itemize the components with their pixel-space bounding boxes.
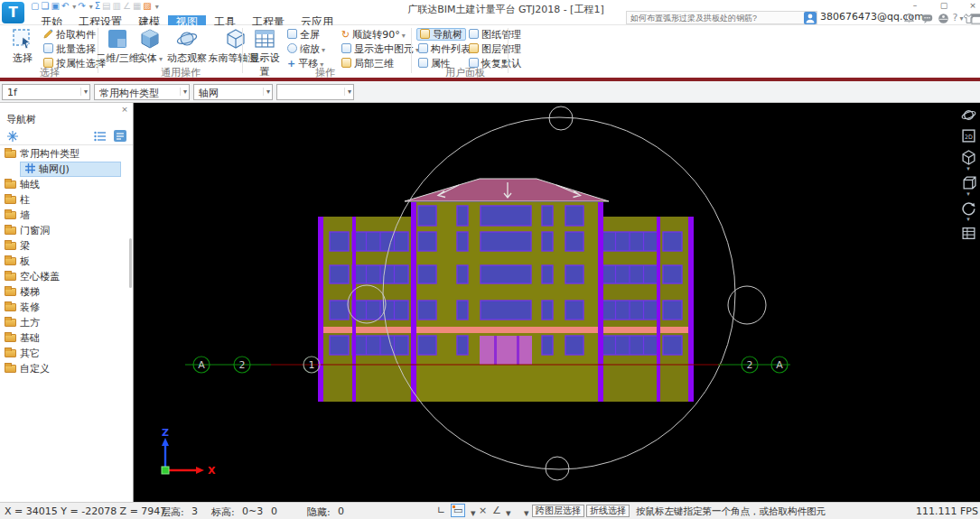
tree-item-decoration[interactable]: 装修 [0,300,133,315]
select-button[interactable]: 选择 [5,27,40,65]
new-file-icon[interactable]: ▢ [31,1,41,11]
show-selected-elements-button[interactable]: 显示选中图元▾ [341,43,419,56]
isometric-caret-icon[interactable]: ▾ [959,166,977,172]
solid-caret-icon[interactable]: ▾ [959,191,977,198]
tree-item-hollow-floor[interactable]: 空心楼盖 [0,269,133,284]
solid-view-button[interactable]: 实体▾ [135,27,164,65]
tree-item-earthwork[interactable]: 土方 [0,315,133,330]
viewport-canvas[interactable]: A 2 1 2 A Z X [134,103,980,502]
show-selected-icon [341,43,351,53]
bell-icon[interactable] [903,13,915,24]
solid-caret-icon[interactable]: ▾ [159,55,163,63]
element-type-selector[interactable]: 轴网▾ [193,84,273,100]
select-mode-caret-icon[interactable]: ▾ [471,507,476,519]
tree-item-foundation[interactable]: 基础 [0,330,133,346]
tree-item-other[interactable]: 其它 [0,346,133,361]
folder-icon [5,257,16,265]
user-avatar-icon[interactable] [804,12,817,24]
rotate-view-button[interactable] [959,200,977,217]
tree-item-column[interactable]: 柱 [0,192,133,208]
sidebar-scrollbar[interactable] [129,238,132,288]
fullscreen-button[interactable]: 全屏 [287,29,320,42]
angle-snap-caret-icon[interactable]: ▾ [506,507,511,519]
angle-snap-icon[interactable]: ∠ [492,505,501,516]
panel-close-icon[interactable]: × [120,105,129,114]
hidden-label: 隐藏: [307,505,331,519]
tree-item-axis-lines[interactable]: 轴线 [0,177,133,192]
local-3d-button[interactable]: 局部三维 [341,58,394,70]
tree-item-common-component-types[interactable]: 常用构件类型 [0,146,133,162]
model-viewport[interactable]: A 2 1 2 A Z X 2D [134,103,980,502]
chevron-down-icon[interactable]: ▾ [180,88,187,96]
folder-icon [5,319,16,327]
floor-selector[interactable]: 1f▾ [2,84,90,100]
rect-select-mode-icon[interactable]: ▭ [451,504,465,517]
navigation-tree-button[interactable]: 导航树 [416,28,466,41]
ortho-mode-icon[interactable]: ∟ [437,505,445,516]
service-helmet-icon[interactable] [938,13,949,24]
folder-icon [5,334,16,342]
solid-cube-icon [139,28,161,50]
axis-bubble-label: 2 [747,359,753,371]
chevron-down-icon[interactable]: ▾ [344,88,351,96]
expand-all-icon[interactable] [7,131,18,142]
close-button[interactable]: × [961,0,980,12]
redo-icon[interactable]: ↷ [78,1,87,11]
view-2d-button[interactable]: 2D [959,128,977,144]
calculate-sum-icon[interactable]: Σ [95,1,102,11]
folder-icon [5,303,16,311]
list-view-icon[interactable] [94,131,106,142]
undo-icon[interactable]: ↶ [61,1,70,11]
search-input[interactable] [630,12,802,23]
batch-select-button[interactable]: 批量选择 [43,43,96,56]
tree-item-door-window-opening[interactable]: 门窗洞 [0,223,133,238]
display-settings-view-button[interactable] [959,226,977,242]
restore-button[interactable]: ▢ [932,0,956,12]
zoom-caret-icon[interactable]: ▾ [322,46,325,54]
message-icon[interactable] [921,14,933,24]
isometric-view-button[interactable] [959,150,977,166]
rotate-90-icon: ↻ [341,29,350,41]
display-settings-button[interactable]: 显示设置 [246,27,284,79]
status-bar: X = 34015 Y = -22078 Z = 7947 层高: 3 标高: … [0,502,980,519]
fullscreen-icon [287,29,297,39]
tree-item-axis-grid[interactable]: 轴网(J) [0,162,133,177]
rotate-90-caret-icon[interactable]: ▾ [402,32,406,40]
open-file-icon[interactable]: ❏ [41,1,51,11]
expand-window-icon[interactable] [971,14,980,24]
tree-item-slab[interactable]: 板 [0,254,133,269]
cross-layer-select-button[interactable]: 跨图层选择 [532,505,584,517]
dynamic-observe-view-button[interactable] [959,107,977,124]
component-selector[interactable]: ▾ [276,84,354,100]
x-axis-label: X [208,465,216,477]
pick-component-button[interactable]: 拾取构件 [43,29,96,42]
save-icon[interactable]: ▣ [51,1,61,11]
rotate-caret-icon[interactable]: ▾ [959,217,977,223]
tree-item-stairs[interactable]: 楼梯 [0,284,133,300]
help-search-box[interactable] [626,11,817,24]
recent-doc-icon[interactable]: ▨ [143,1,153,11]
zoom-button[interactable]: 缩放▾ [287,43,325,56]
panel-view-icon[interactable] [114,130,126,142]
drawing-management-button[interactable]: 图纸管理 [469,29,521,42]
chevron-down-icon[interactable]: ▾ [263,88,270,96]
view-2d3d-button[interactable]: 二维/三维 [96,27,139,65]
chevron-down-icon[interactable]: ▾ [80,88,88,96]
layer-management-button[interactable]: 图层管理 [469,43,521,56]
folder-icon [5,181,16,189]
tree-item-beam[interactable]: 梁 [0,238,133,254]
category-selector[interactable]: 常用构件类型▾ [94,84,190,100]
tree-item-custom[interactable]: 自定义 [0,361,133,376]
deselect-icon[interactable]: × [479,505,487,516]
component-list-icon [418,43,428,53]
disabled-tool-icon-1: ▤ [102,1,112,11]
dynamic-observe-button[interactable]: 动态观察 [164,27,210,65]
snap-point-caret-icon[interactable]: ▾ [524,507,529,519]
tree-item-wall[interactable]: 墙 [0,208,133,223]
qat-more-icon[interactable]: ▾ [155,3,161,11]
solid-view-button[interactable] [959,175,977,191]
rotate-90-button[interactable]: ↻顺旋转90°▾ [341,29,406,42]
polyline-select-button[interactable]: 折线选择 [586,505,630,517]
ribbon: 选择 拾取构件 批量选择 按属性选择 选择 二维/三维 实体▾ 动态观察 东南等… [0,25,980,78]
component-list-button[interactable]: 构件列表 [418,43,471,56]
